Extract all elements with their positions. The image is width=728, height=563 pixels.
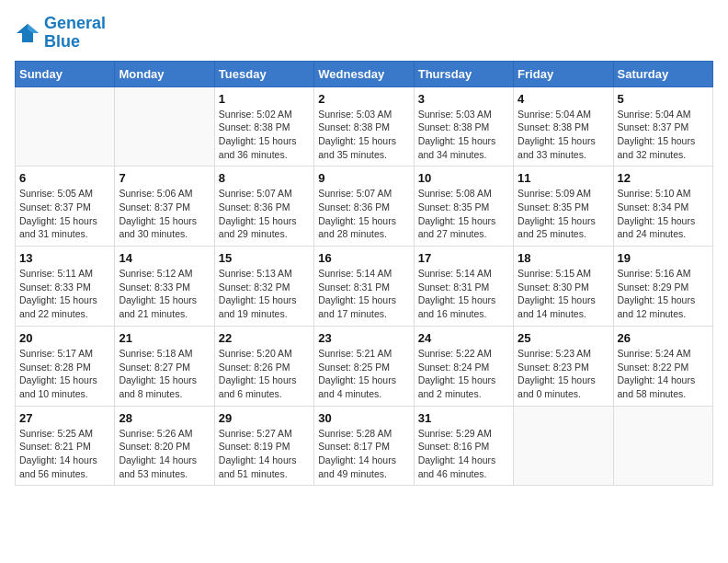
day-number: 23 xyxy=(318,331,409,345)
calendar-cell: 12Sunrise: 5:10 AM Sunset: 8:34 PM Dayli… xyxy=(613,167,712,247)
page-header: General Blue xyxy=(15,15,713,52)
day-header-tuesday: Tuesday xyxy=(214,61,313,86)
day-number: 13 xyxy=(19,251,110,265)
day-number: 8 xyxy=(219,171,310,185)
day-info: Sunrise: 5:05 AM Sunset: 8:37 PM Dayligh… xyxy=(19,187,110,241)
day-header-wednesday: Wednesday xyxy=(314,61,414,86)
day-header-monday: Monday xyxy=(115,61,214,86)
calendar-cell: 13Sunrise: 5:11 AM Sunset: 8:33 PM Dayli… xyxy=(16,247,115,327)
calendar-cell: 23Sunrise: 5:21 AM Sunset: 8:25 PM Dayli… xyxy=(314,326,414,406)
day-info: Sunrise: 5:11 AM Sunset: 8:33 PM Dayligh… xyxy=(19,267,110,321)
day-info: Sunrise: 5:25 AM Sunset: 8:21 PM Dayligh… xyxy=(19,427,110,481)
day-info: Sunrise: 5:08 AM Sunset: 8:35 PM Dayligh… xyxy=(418,187,509,241)
day-number: 5 xyxy=(618,92,709,106)
day-number: 21 xyxy=(119,331,210,345)
calendar-week-3: 13Sunrise: 5:11 AM Sunset: 8:33 PM Dayli… xyxy=(16,247,713,327)
day-info: Sunrise: 5:02 AM Sunset: 8:38 PM Dayligh… xyxy=(219,108,310,162)
day-number: 11 xyxy=(518,171,609,185)
day-number: 19 xyxy=(618,251,709,265)
day-info: Sunrise: 5:22 AM Sunset: 8:24 PM Dayligh… xyxy=(418,347,509,401)
calendar-cell: 22Sunrise: 5:20 AM Sunset: 8:26 PM Dayli… xyxy=(214,326,313,406)
calendar-cell: 17Sunrise: 5:14 AM Sunset: 8:31 PM Dayli… xyxy=(414,247,513,327)
day-number: 31 xyxy=(418,411,509,425)
calendar-week-2: 6Sunrise: 5:05 AM Sunset: 8:37 PM Daylig… xyxy=(16,167,713,247)
calendar-cell: 9Sunrise: 5:07 AM Sunset: 8:36 PM Daylig… xyxy=(314,167,414,247)
calendar-cell: 29Sunrise: 5:27 AM Sunset: 8:19 PM Dayli… xyxy=(214,406,313,486)
day-info: Sunrise: 5:17 AM Sunset: 8:28 PM Dayligh… xyxy=(19,347,110,401)
calendar-cell: 11Sunrise: 5:09 AM Sunset: 8:35 PM Dayli… xyxy=(514,167,613,247)
logo-text-line1: General xyxy=(44,15,106,33)
day-info: Sunrise: 5:09 AM Sunset: 8:35 PM Dayligh… xyxy=(518,187,609,241)
calendar-cell: 28Sunrise: 5:26 AM Sunset: 8:20 PM Dayli… xyxy=(115,406,214,486)
calendar-cell: 14Sunrise: 5:12 AM Sunset: 8:33 PM Dayli… xyxy=(115,247,214,327)
calendar-cell: 3Sunrise: 5:03 AM Sunset: 8:38 PM Daylig… xyxy=(414,86,513,167)
calendar-cell: 27Sunrise: 5:25 AM Sunset: 8:21 PM Dayli… xyxy=(16,406,115,486)
day-number: 30 xyxy=(318,411,409,425)
logo: General Blue xyxy=(15,15,106,52)
calendar-table: SundayMondayTuesdayWednesdayThursdayFrid… xyxy=(15,61,713,487)
calendar-cell: 30Sunrise: 5:28 AM Sunset: 8:17 PM Dayli… xyxy=(314,406,414,486)
day-info: Sunrise: 5:03 AM Sunset: 8:38 PM Dayligh… xyxy=(418,108,509,162)
day-number: 3 xyxy=(418,92,509,106)
calendar-cell xyxy=(16,86,115,167)
calendar-cell: 5Sunrise: 5:04 AM Sunset: 8:37 PM Daylig… xyxy=(613,86,712,167)
day-info: Sunrise: 5:26 AM Sunset: 8:20 PM Dayligh… xyxy=(119,427,210,481)
calendar-week-4: 20Sunrise: 5:17 AM Sunset: 8:28 PM Dayli… xyxy=(16,326,713,406)
day-info: Sunrise: 5:15 AM Sunset: 8:30 PM Dayligh… xyxy=(518,267,609,321)
calendar-header: SundayMondayTuesdayWednesdayThursdayFrid… xyxy=(16,61,713,86)
day-info: Sunrise: 5:03 AM Sunset: 8:38 PM Dayligh… xyxy=(318,108,409,162)
day-info: Sunrise: 5:10 AM Sunset: 8:34 PM Dayligh… xyxy=(618,187,709,241)
day-number: 24 xyxy=(418,331,509,345)
calendar-cell xyxy=(514,406,613,486)
day-number: 29 xyxy=(219,411,310,425)
calendar-cell: 15Sunrise: 5:13 AM Sunset: 8:32 PM Dayli… xyxy=(214,247,313,327)
day-info: Sunrise: 5:14 AM Sunset: 8:31 PM Dayligh… xyxy=(318,267,409,321)
day-number: 20 xyxy=(19,331,110,345)
day-info: Sunrise: 5:12 AM Sunset: 8:33 PM Dayligh… xyxy=(119,267,210,321)
day-number: 16 xyxy=(318,251,409,265)
day-info: Sunrise: 5:04 AM Sunset: 8:37 PM Dayligh… xyxy=(618,108,709,162)
day-number: 2 xyxy=(318,92,409,106)
calendar-week-5: 27Sunrise: 5:25 AM Sunset: 8:21 PM Dayli… xyxy=(16,406,713,486)
day-number: 14 xyxy=(119,251,210,265)
day-info: Sunrise: 5:04 AM Sunset: 8:38 PM Dayligh… xyxy=(518,108,609,162)
day-number: 22 xyxy=(219,331,310,345)
day-number: 17 xyxy=(418,251,509,265)
calendar-cell: 24Sunrise: 5:22 AM Sunset: 8:24 PM Dayli… xyxy=(414,326,513,406)
calendar-cell: 21Sunrise: 5:18 AM Sunset: 8:27 PM Dayli… xyxy=(115,326,214,406)
day-number: 7 xyxy=(119,171,210,185)
calendar-cell: 4Sunrise: 5:04 AM Sunset: 8:38 PM Daylig… xyxy=(514,86,613,167)
day-number: 12 xyxy=(618,171,709,185)
calendar-cell: 25Sunrise: 5:23 AM Sunset: 8:23 PM Dayli… xyxy=(514,326,613,406)
day-info: Sunrise: 5:29 AM Sunset: 8:16 PM Dayligh… xyxy=(418,427,509,481)
calendar-cell: 26Sunrise: 5:24 AM Sunset: 8:22 PM Dayli… xyxy=(613,326,712,406)
calendar-cell: 6Sunrise: 5:05 AM Sunset: 8:37 PM Daylig… xyxy=(16,167,115,247)
calendar-cell: 10Sunrise: 5:08 AM Sunset: 8:35 PM Dayli… xyxy=(414,167,513,247)
day-info: Sunrise: 5:13 AM Sunset: 8:32 PM Dayligh… xyxy=(219,267,310,321)
day-number: 6 xyxy=(19,171,110,185)
calendar-cell: 20Sunrise: 5:17 AM Sunset: 8:28 PM Dayli… xyxy=(16,326,115,406)
calendar-cell: 31Sunrise: 5:29 AM Sunset: 8:16 PM Dayli… xyxy=(414,406,513,486)
day-number: 28 xyxy=(119,411,210,425)
day-number: 9 xyxy=(318,171,409,185)
day-info: Sunrise: 5:07 AM Sunset: 8:36 PM Dayligh… xyxy=(219,187,310,241)
calendar-cell: 8Sunrise: 5:07 AM Sunset: 8:36 PM Daylig… xyxy=(214,167,313,247)
day-header-sunday: Sunday xyxy=(16,61,115,86)
day-info: Sunrise: 5:21 AM Sunset: 8:25 PM Dayligh… xyxy=(318,347,409,401)
logo-icon xyxy=(15,20,40,46)
day-number: 26 xyxy=(618,331,709,345)
day-number: 10 xyxy=(418,171,509,185)
day-info: Sunrise: 5:27 AM Sunset: 8:19 PM Dayligh… xyxy=(219,427,310,481)
day-info: Sunrise: 5:16 AM Sunset: 8:29 PM Dayligh… xyxy=(618,267,709,321)
day-number: 18 xyxy=(518,251,609,265)
calendar-cell: 1Sunrise: 5:02 AM Sunset: 8:38 PM Daylig… xyxy=(214,86,313,167)
calendar-cell: 19Sunrise: 5:16 AM Sunset: 8:29 PM Dayli… xyxy=(613,247,712,327)
day-number: 25 xyxy=(518,331,609,345)
day-info: Sunrise: 5:07 AM Sunset: 8:36 PM Dayligh… xyxy=(318,187,409,241)
calendar-cell: 7Sunrise: 5:06 AM Sunset: 8:37 PM Daylig… xyxy=(115,167,214,247)
day-info: Sunrise: 5:18 AM Sunset: 8:27 PM Dayligh… xyxy=(119,347,210,401)
calendar-week-1: 1Sunrise: 5:02 AM Sunset: 8:38 PM Daylig… xyxy=(16,86,713,167)
calendar-cell xyxy=(613,406,712,486)
calendar-cell: 16Sunrise: 5:14 AM Sunset: 8:31 PM Dayli… xyxy=(314,247,414,327)
day-number: 1 xyxy=(219,92,310,106)
